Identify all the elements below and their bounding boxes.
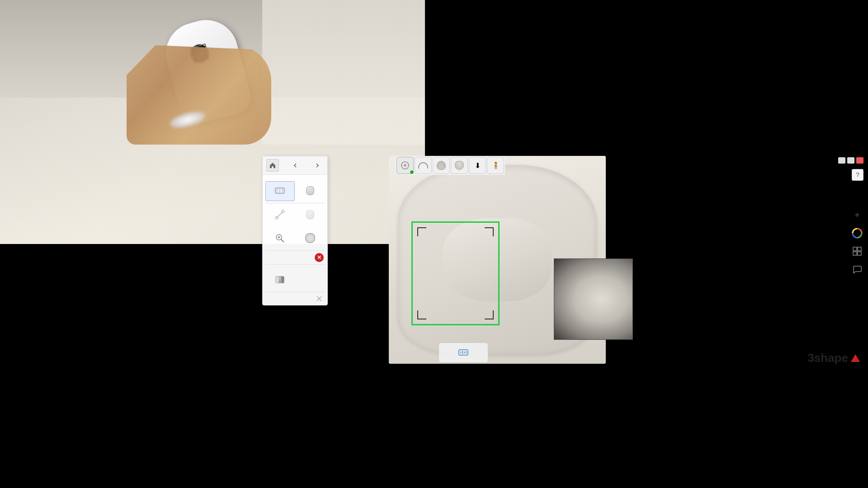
scan-menu-panel: ✕ AI: [262, 156, 328, 305]
shades-icon: AI: [274, 273, 286, 286]
corner-br: [485, 310, 494, 319]
figure-toolbar-icon[interactable]: 🧍: [487, 157, 504, 174]
view-tools-section: [263, 227, 327, 250]
caries-aid-item[interactable]: [296, 181, 325, 201]
scan-rectangle: [411, 221, 500, 325]
svg-rect-6: [858, 252, 861, 255]
help-icon[interactable]: ?: [852, 169, 863, 181]
svg-rect-3: [853, 247, 857, 251]
trim-item[interactable]: [265, 205, 295, 225]
corner-bl: [417, 310, 426, 319]
analysis-section: AI: [263, 268, 327, 292]
grid-icon[interactable]: [850, 244, 864, 258]
svg-point-1: [404, 164, 406, 167]
scan-title-label: [263, 175, 327, 179]
live-camera-inset: [554, 258, 633, 340]
zoom-icon: [274, 232, 286, 244]
logo-triangle-icon: [851, 354, 860, 362]
clear-scan-row: ✕: [263, 251, 327, 264]
message-icon[interactable]: [850, 262, 864, 277]
scan-toolbar-icon[interactable]: [396, 157, 414, 174]
camera-feed: [0, 0, 425, 244]
scanning-tool-item[interactable]: [265, 181, 295, 201]
corner-tl: [417, 227, 426, 236]
scanning-icon: [274, 184, 286, 197]
caries-aid-icon: [304, 184, 316, 197]
upper-jaw-icon[interactable]: [433, 157, 450, 174]
zoom-item[interactable]: [265, 229, 295, 249]
tools-close-icon[interactable]: [315, 294, 324, 303]
tooth-arch-toolbar-icon[interactable]: [415, 157, 432, 174]
clear-scan-close-icon[interactable]: ✕: [315, 253, 324, 262]
close-button[interactable]: [856, 157, 863, 164]
scan-tools-section: [263, 179, 327, 203]
hd-photo-item[interactable]: [296, 229, 325, 249]
logo-text: 3shape: [807, 351, 848, 365]
back-button[interactable]: [289, 159, 302, 172]
svg-line-15: [281, 239, 284, 242]
trim-icon: [274, 208, 286, 221]
ai-scan-button[interactable]: [439, 343, 488, 363]
bottom-black-area: [0, 244, 262, 488]
svg-rect-25: [459, 350, 468, 355]
hd-photo-icon: [304, 232, 316, 244]
add-icon[interactable]: +: [850, 208, 864, 222]
edit-tools-section: [263, 203, 327, 227]
analysis-section-title: [263, 265, 327, 268]
svg-text:AI: AI: [279, 280, 281, 283]
svg-rect-5: [853, 252, 857, 255]
shades-item[interactable]: AI: [265, 270, 295, 290]
minimize-button[interactable]: [838, 157, 845, 164]
person-toolbar-icon[interactable]: ⬇: [469, 157, 486, 174]
svg-rect-21: [281, 277, 284, 283]
scan-menu-header: [263, 156, 327, 175]
home-button[interactable]: [266, 159, 279, 172]
tools-row: [263, 292, 327, 305]
corner-tr: [485, 227, 494, 236]
lower-jaw-icon[interactable]: [451, 157, 468, 174]
color-wheel-icon[interactable]: [850, 226, 864, 240]
svg-rect-4: [858, 247, 861, 251]
svg-rect-19: [276, 277, 278, 283]
maximize-button[interactable]: [847, 157, 854, 164]
lock-surface-icon: [304, 208, 316, 221]
next-button[interactable]: [311, 159, 324, 172]
lock-surface-item[interactable]: [296, 205, 325, 225]
logo-3shape: 3shape: [807, 351, 860, 365]
